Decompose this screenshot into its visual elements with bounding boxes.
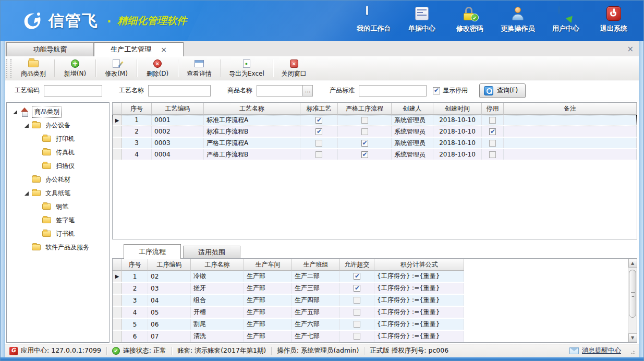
- product-standard-input[interactable]: [359, 85, 427, 97]
- scroll-down-icon[interactable]: ▼: [628, 333, 637, 342]
- over-delivery-checkbox[interactable]: [354, 309, 360, 316]
- tab-production-process[interactable]: 生产工艺管理 ×: [94, 42, 184, 56]
- standard-checkbox[interactable]: [315, 151, 322, 158]
- tree-node-pen[interactable]: 钢笔: [7, 200, 109, 213]
- process-name-input[interactable]: [148, 85, 211, 97]
- over-delivery-checkbox[interactable]: [354, 321, 360, 328]
- product-name-input[interactable]: [257, 85, 302, 97]
- vertical-scrollbar[interactable]: ▲ ▼: [628, 259, 637, 342]
- standard-checkbox[interactable]: [315, 128, 322, 135]
- scrollbar-track[interactable]: [628, 268, 637, 333]
- nav-document-center[interactable]: 单据中心: [399, 5, 444, 38]
- strict-checkbox[interactable]: [361, 128, 368, 135]
- table-row[interactable]: 3 0003 严格工序流程A 系统管理员 2018-10-10: [113, 138, 637, 149]
- table-row[interactable]: 5 06 割尾 生产部 生产六部 {工序得分} :={重量}: [113, 319, 464, 331]
- col-workshop[interactable]: 生产车间: [244, 259, 292, 271]
- product-browse-button[interactable]: …: [302, 85, 313, 97]
- standard-checkbox[interactable]: [315, 117, 322, 124]
- col-remark[interactable]: 备注: [504, 103, 637, 115]
- over-delivery-checkbox[interactable]: [354, 333, 360, 340]
- category-button[interactable]: 商品类别: [13, 57, 54, 80]
- add-button[interactable]: + 新增(N): [55, 57, 95, 80]
- tree-node-signature-pen[interactable]: 签字笔: [7, 213, 109, 227]
- brand-logo-icon: [20, 9, 43, 32]
- nav-user-center[interactable]: 用户中心: [543, 5, 588, 38]
- expander-icon[interactable]: [13, 110, 18, 114]
- strict-checkbox[interactable]: [361, 140, 368, 147]
- tree-node-printer[interactable]: 打印机: [7, 132, 109, 146]
- row-indicator-header: [113, 103, 122, 115]
- table-row[interactable]: 6 07 清洗 生产部 生产七部 {工序得分} :={重量}: [113, 331, 464, 343]
- brand-separator: ·: [107, 15, 111, 28]
- table-row[interactable]: 2 03 搓牙 生产部 生产三部 {工序得分} :={重量}: [113, 283, 464, 295]
- show-disabled-checkbox-wrap[interactable]: 显示停用: [433, 86, 468, 95]
- view-detail-button[interactable]: 查看详情: [178, 57, 220, 80]
- workbench-icon: [365, 5, 383, 22]
- tree-node-office-supplies[interactable]: 办公耗材: [7, 173, 109, 186]
- standard-checkbox[interactable]: [315, 140, 322, 147]
- process-code-input[interactable]: [44, 85, 102, 97]
- col-seq[interactable]: 序号: [122, 259, 148, 271]
- table-row[interactable]: 3 04 组合 生产部 生产四部 {工序得分} :={重量}: [113, 295, 464, 307]
- tree-node-fax[interactable]: 传真机: [7, 146, 109, 159]
- switch-operator-icon: [509, 5, 527, 22]
- top-nav: 我的工作台 单据中心 ✔ 修改密码 更换操作员 用户中心 退出系统: [351, 5, 643, 38]
- edit-button[interactable]: 修改(M): [96, 57, 137, 80]
- table-row[interactable]: 4 0004 严格工序流程B 系统管理员 2018-10-10: [113, 149, 637, 161]
- tree-node-office-equipment[interactable]: 办公设备: [7, 118, 109, 132]
- nav-my-workbench[interactable]: 我的工作台: [351, 5, 396, 38]
- tree-node-stapler[interactable]: 订书机: [7, 227, 109, 240]
- disabled-checkbox[interactable]: [489, 117, 496, 124]
- table-row[interactable]: 2 0002 标准工序流程B 系统管理员 2018-10-10: [113, 126, 637, 138]
- tree-node-stationery[interactable]: 文具纸笔: [7, 186, 109, 200]
- col-disabled[interactable]: 停用: [482, 103, 504, 115]
- nav-exit-system[interactable]: 退出系统: [591, 5, 636, 38]
- tabstrip-close-icon[interactable]: ×: [627, 44, 634, 54]
- nav-change-password[interactable]: ✔ 修改密码: [447, 5, 492, 38]
- table-row[interactable]: 4 05 开槽 生产部 生产五部 {工序得分} :={重量}: [113, 307, 464, 319]
- over-delivery-checkbox[interactable]: [354, 297, 360, 304]
- col-score-formula[interactable]: 积分计算公式: [374, 259, 464, 271]
- over-delivery-checkbox[interactable]: [354, 285, 360, 292]
- tab-function-nav[interactable]: 功能导航窗: [6, 42, 94, 56]
- brand-logo: 信管飞 · 精细化管理软件: [20, 9, 187, 32]
- strict-checkbox[interactable]: [361, 151, 368, 158]
- tab-applicable-scope[interactable]: 适用范围: [183, 246, 240, 259]
- col-team[interactable]: 生产班组: [292, 259, 340, 271]
- col-strict-flow[interactable]: 严格工序流程: [338, 103, 392, 115]
- resize-grip[interactable]: [628, 348, 635, 354]
- tree-node-scanner[interactable]: 扫描仪: [7, 159, 109, 173]
- scrollbar-thumb[interactable]: [629, 270, 636, 318]
- col-created[interactable]: 创建时间: [433, 103, 482, 115]
- tree-node-software-services[interactable]: 软件产品及服务: [7, 240, 109, 254]
- close-window-button[interactable]: ✕ 关闭窗口: [273, 57, 315, 80]
- table-row[interactable]: ▶ 1 02 冷镦 生产部 生产二部 {工序得分} :={重量}: [113, 271, 464, 283]
- disabled-checkbox[interactable]: [489, 128, 496, 135]
- show-disabled-checkbox[interactable]: [433, 87, 440, 94]
- col-step-code[interactable]: 工序编码: [148, 259, 191, 271]
- col-step-name[interactable]: 工序名称: [191, 259, 244, 271]
- nav-switch-operator[interactable]: 更换操作员: [495, 5, 540, 38]
- disabled-checkbox[interactable]: [489, 151, 496, 158]
- expander-icon[interactable]: [25, 123, 29, 128]
- col-creator[interactable]: 创建人: [392, 103, 433, 115]
- tree-node-root[interactable]: 商品类别: [7, 105, 109, 118]
- tab-process-flow[interactable]: 工序流程: [124, 244, 181, 259]
- delete-button[interactable]: ✕ 删除(D): [137, 57, 178, 80]
- strict-checkbox[interactable]: [361, 117, 368, 124]
- col-seq[interactable]: 序号: [122, 103, 152, 115]
- message-center-link[interactable]: 消息提醒中心: [582, 346, 621, 355]
- toolbar-grip[interactable]: [6, 59, 11, 78]
- expander-icon[interactable]: [25, 191, 29, 196]
- table-row[interactable]: ▶ 1 0001 标准工序流程A 系统管理员 2018-10-10: [113, 115, 637, 126]
- col-over-delivery[interactable]: 允许超交: [340, 259, 374, 271]
- over-delivery-checkbox[interactable]: [354, 273, 360, 280]
- disabled-checkbox[interactable]: [489, 140, 496, 147]
- export-excel-button[interactable]: 导出为Excel: [221, 57, 273, 80]
- scroll-up-icon[interactable]: ▲: [628, 259, 637, 268]
- col-process-code[interactable]: 工艺编码: [152, 103, 204, 115]
- query-button[interactable]: 查询(F): [479, 83, 526, 98]
- col-standard[interactable]: 标准工艺: [300, 103, 338, 115]
- tab-close-icon[interactable]: ×: [161, 45, 167, 54]
- col-process-name[interactable]: 工艺名称: [204, 103, 300, 115]
